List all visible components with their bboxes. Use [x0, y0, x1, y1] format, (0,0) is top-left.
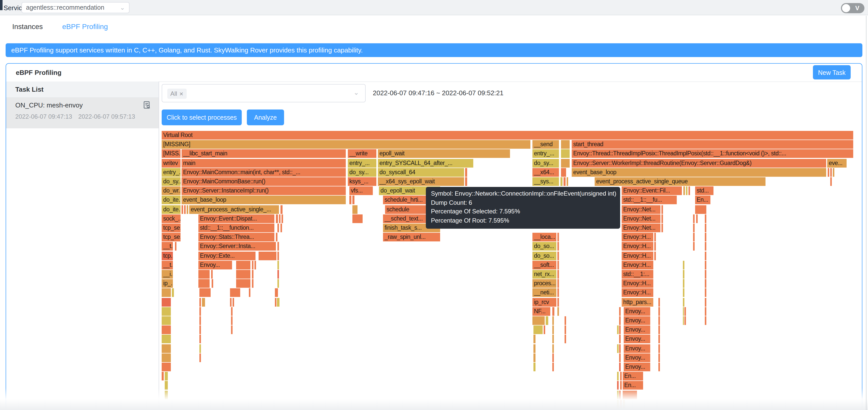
flame-block[interactable]: [199, 344, 201, 353]
flame-block[interactable]: [683, 261, 684, 269]
flame-block[interactable]: [165, 372, 168, 380]
flame-block[interactable]: Envoy...: [624, 353, 650, 362]
flame-block[interactable]: __libc_start_main: [182, 149, 346, 158]
flame-block[interactable]: [557, 279, 559, 288]
flame-block[interactable]: ip_rcv: [532, 298, 556, 306]
flame-block[interactable]: _raw_spin_unl...: [383, 233, 440, 241]
flame-block[interactable]: [705, 261, 706, 269]
select-processes-button[interactable]: Click to select processes: [162, 109, 242, 125]
flame-block[interactable]: [275, 298, 276, 306]
flame-block[interactable]: [276, 214, 278, 223]
flame-block[interactable]: Envoy::H...: [622, 242, 653, 251]
flame-block[interactable]: [688, 186, 690, 195]
flame-block[interactable]: [277, 224, 279, 232]
flame-block[interactable]: event_process_active_single_queue: [595, 177, 766, 186]
flame-block[interactable]: [654, 242, 656, 251]
flame-block[interactable]: [683, 186, 685, 195]
flame-block[interactable]: [705, 307, 706, 316]
flame-block[interactable]: [252, 270, 253, 279]
flame-block[interactable]: [684, 316, 686, 325]
flame-block[interactable]: Envoy...: [624, 326, 650, 334]
flame-block[interactable]: do_ite...: [162, 196, 181, 204]
flame-block[interactable]: [552, 363, 554, 371]
flame-block[interactable]: [619, 363, 621, 371]
flame-block[interactable]: [683, 270, 684, 279]
flame-block[interactable]: __write: [348, 149, 376, 158]
flame-block[interactable]: Envoy...: [624, 335, 650, 344]
flame-block[interactable]: [684, 307, 686, 316]
flame-block[interactable]: Envoy...: [624, 344, 650, 353]
flame-block[interactable]: [561, 168, 566, 177]
flame-block[interactable]: [533, 335, 535, 344]
flame-block[interactable]: [696, 214, 698, 223]
flame-block[interactable]: std::__1:...: [622, 270, 653, 279]
flame-block[interactable]: Envoy::Server::Insta...: [198, 242, 276, 251]
view-task-detail-icon[interactable]: [143, 101, 151, 109]
flame-block[interactable]: [658, 344, 660, 353]
flame-block[interactable]: [277, 261, 279, 269]
flame-block[interactable]: [830, 177, 832, 186]
flame-block[interactable]: [277, 270, 279, 279]
flame-block[interactable]: Envoy::MainCommonBase::run(): [182, 177, 346, 186]
flame-block[interactable]: [184, 205, 186, 214]
flame-block[interactable]: [465, 177, 467, 186]
flame-block[interactable]: [705, 279, 706, 288]
flame-block[interactable]: [557, 288, 559, 297]
flame-block[interactable]: [162, 288, 171, 297]
flame-block[interactable]: __sys...: [532, 177, 559, 186]
flame-block[interactable]: ksys_...: [348, 177, 376, 186]
flame-block[interactable]: [232, 298, 234, 306]
flame-block[interactable]: [254, 261, 256, 269]
flame-block[interactable]: [465, 168, 467, 177]
flame-block[interactable]: [567, 177, 568, 186]
flame-block[interactable]: [695, 205, 706, 214]
flame-block[interactable]: [199, 298, 201, 306]
flame-block[interactable]: [557, 298, 559, 306]
flame-block[interactable]: proces...: [532, 279, 556, 288]
flame-block[interactable]: std...: [695, 186, 713, 195]
flame-block[interactable]: entry_...: [532, 149, 559, 158]
flame-block[interactable]: [533, 326, 542, 334]
flame-block[interactable]: do_ite...: [162, 205, 181, 214]
flame-block[interactable]: [619, 335, 621, 344]
flame-block[interactable]: [563, 177, 565, 186]
flame-block[interactable]: [236, 279, 250, 288]
flame-block[interactable]: [277, 251, 279, 260]
flame-block[interactable]: http_pars...: [622, 298, 653, 306]
flame-block[interactable]: [705, 224, 706, 232]
flame-block[interactable]: [532, 316, 545, 325]
flame-block[interactable]: Envoy::H...: [622, 233, 653, 241]
flame-block[interactable]: [252, 261, 253, 269]
flame-block[interactable]: __x64...: [532, 168, 559, 177]
flame-block[interactable]: [661, 205, 663, 214]
flame-block[interactable]: [683, 298, 684, 306]
flame-block[interactable]: [352, 214, 363, 223]
flame-block[interactable]: [619, 344, 621, 353]
flame-block[interactable]: [182, 205, 183, 214]
flame-block[interactable]: [564, 335, 566, 344]
flame-block[interactable]: [198, 270, 210, 279]
flame-block[interactable]: [658, 335, 660, 344]
flame-block[interactable]: [162, 335, 171, 344]
flame-block[interactable]: [658, 316, 660, 325]
flame-block[interactable]: [705, 233, 706, 241]
flame-block[interactable]: writev: [162, 159, 181, 167]
flame-block[interactable]: [686, 186, 687, 195]
flame-block[interactable]: [249, 288, 250, 297]
flame-block[interactable]: epoll_wait: [378, 149, 510, 158]
flame-block[interactable]: Envoy...: [624, 363, 650, 371]
flame-block[interactable]: [561, 159, 570, 167]
flame-block[interactable]: __x64_sys_epoll_wait: [378, 177, 464, 186]
flame-block[interactable]: Envoy::MainCommon::main(int, char**, std…: [182, 168, 346, 177]
flame-block[interactable]: [619, 316, 621, 325]
flame-block[interactable]: [162, 298, 171, 306]
flame-block[interactable]: Envoy::Event::Dispat...: [198, 214, 274, 223]
flame-block[interactable]: [552, 344, 554, 353]
flame-block[interactable]: [705, 316, 706, 325]
flame-block[interactable]: do_wr...: [162, 186, 181, 195]
flame-block[interactable]: [683, 279, 684, 288]
flame-block[interactable]: [617, 344, 619, 353]
flame-block[interactable]: [693, 214, 694, 223]
flame-block[interactable]: [280, 224, 282, 232]
flame-block[interactable]: [199, 288, 211, 297]
